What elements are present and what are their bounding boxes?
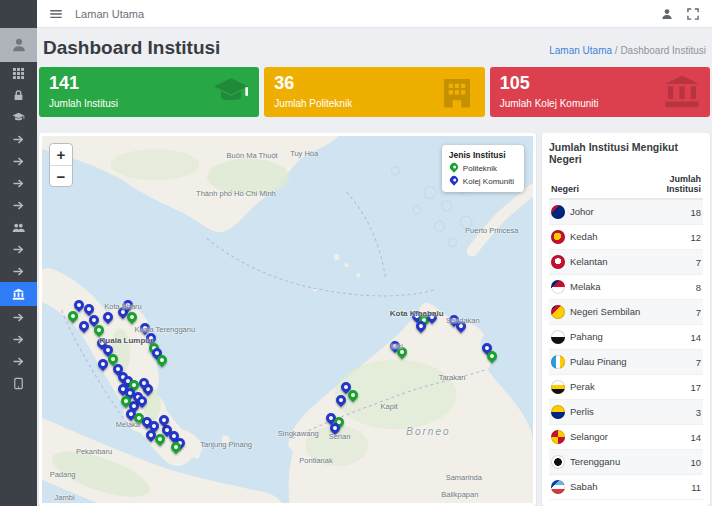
sidebar-icon <box>12 333 25 346</box>
graduation-cap-icon <box>212 73 250 111</box>
state-row: Kedah 12 <box>549 225 703 250</box>
nav-link-3[interactable] <box>0 172 37 194</box>
state-count-table: Negeri Jumlah Institusi Johor 18 <box>549 172 703 500</box>
state-count: 12 <box>661 225 703 250</box>
breadcrumb-link-home[interactable]: Laman Utama <box>549 45 612 56</box>
state-flag-icon <box>551 255 565 269</box>
state-count: 18 <box>661 199 703 225</box>
nav-users[interactable] <box>0 216 37 238</box>
state-flag-icon <box>551 280 565 294</box>
nav-security[interactable] <box>0 84 37 106</box>
fullscreen-icon[interactable] <box>686 7 700 21</box>
nav-device[interactable] <box>0 372 37 394</box>
state-count: 14 <box>661 325 703 350</box>
column-header-negeri: Negeri <box>549 172 661 199</box>
card-jumlah-politeknik: 36 Jumlah Politeknik <box>264 67 484 117</box>
state-name: Kedah <box>570 232 597 242</box>
state-row: Perlis 3 <box>549 400 703 425</box>
sidebar-icon <box>12 67 25 80</box>
nav-link-4[interactable] <box>0 194 37 216</box>
state-count: 10 <box>661 450 703 475</box>
map-zoom-control: + − <box>49 143 73 187</box>
zoom-out-button[interactable]: − <box>50 165 72 186</box>
state-row: Selangor 14 <box>549 425 703 450</box>
state-row: Terengganu 10 <box>549 450 703 475</box>
topbar-title: Laman Utama <box>75 8 144 20</box>
state-name: Negeri Sembilan <box>570 307 640 317</box>
legend-title: Jenis Institusi <box>449 150 514 160</box>
breadcrumb: Laman Utama / Dashboard Institusi <box>549 45 706 59</box>
legend-pin-icon <box>448 161 459 172</box>
state-name: Pulau Pinang <box>570 357 627 367</box>
stat-cards: 141 Jumlah Institusi 36 Jumlah Politekni… <box>39 67 710 117</box>
bank-icon <box>663 73 701 111</box>
legend-label: Politeknik <box>463 164 497 173</box>
state-count: 11 <box>661 475 703 500</box>
state-flag-icon <box>551 480 565 494</box>
state-count: 3 <box>661 400 703 425</box>
legend-label: Kolej Komuniti <box>463 177 514 186</box>
state-row: Kelantan 7 <box>549 250 703 275</box>
state-flag-icon <box>551 330 565 344</box>
nav-education[interactable] <box>0 106 37 128</box>
state-name: Perak <box>570 382 595 392</box>
state-flag-icon <box>551 455 565 469</box>
state-name: Pahang <box>570 332 603 342</box>
sidebar-icon <box>12 377 25 390</box>
sidebar-icon <box>12 243 25 256</box>
state-count: 7 <box>661 350 703 375</box>
map-card: Buôn Ma ThuộtTuy HòaThành phố Hồ Chí Min… <box>39 133 536 506</box>
nav-institusi[interactable] <box>0 282 37 306</box>
state-flag-icon <box>551 230 565 244</box>
map-legend: Jenis Institusi Politeknik Kolej Komunit… <box>442 145 524 192</box>
sidebar-icon <box>12 111 25 124</box>
sidebar <box>0 0 37 506</box>
state-name: Terengganu <box>570 457 620 467</box>
state-row: Pahang 14 <box>549 325 703 350</box>
state-row: Sabah 11 <box>549 475 703 500</box>
state-name: Johor <box>570 207 594 217</box>
state-flag-icon <box>551 355 565 369</box>
institution-map[interactable]: Buôn Ma ThuộtTuy HòaThành phố Hồ Chí Min… <box>42 136 533 503</box>
sidebar-icon <box>12 199 25 212</box>
user-avatar[interactable] <box>0 28 37 62</box>
state-name: Sabah <box>570 482 597 492</box>
state-name: Perlis <box>570 407 594 417</box>
sidebar-icon <box>12 155 25 168</box>
building-icon <box>438 73 476 111</box>
user-menu-icon[interactable] <box>660 7 674 21</box>
state-count: 14 <box>661 425 703 450</box>
nav-link-9[interactable] <box>0 350 37 372</box>
nav-link-7[interactable] <box>0 306 37 328</box>
state-row: Perak 17 <box>549 375 703 400</box>
sidebar-icon <box>12 355 25 368</box>
nav-link-2[interactable] <box>0 150 37 172</box>
state-count: 8 <box>661 275 703 300</box>
state-flag-icon <box>551 405 565 419</box>
hamburger-menu-icon[interactable] <box>49 7 63 21</box>
page-title: Dashboard Institusi <box>43 37 220 59</box>
sidebar-icon <box>12 265 25 278</box>
state-count: 7 <box>661 250 703 275</box>
state-row: Johor 18 <box>549 199 703 225</box>
nav-link-6[interactable] <box>0 260 37 282</box>
breadcrumb-separator: / <box>615 45 618 56</box>
breadcrumb-current: Dashboard Institusi <box>620 45 706 56</box>
main-row: Buôn Ma ThuộtTuy HòaThành phố Hồ Chí Min… <box>39 133 710 506</box>
state-flag-icon <box>551 205 565 219</box>
state-row: Melaka 8 <box>549 275 703 300</box>
person-icon <box>10 36 28 54</box>
sidebar-icon <box>12 221 25 234</box>
state-count: 17 <box>661 375 703 400</box>
sidebar-icon <box>12 288 25 301</box>
state-row: Pulau Pinang 7 <box>549 350 703 375</box>
state-table-title: Jumlah Institusi Mengikut Negeri <box>549 141 703 165</box>
page-header: Dashboard Institusi Laman Utama / Dashbo… <box>39 29 710 66</box>
zoom-in-button[interactable]: + <box>50 144 72 165</box>
nav-link-5[interactable] <box>0 238 37 260</box>
nav-apps[interactable] <box>0 62 37 84</box>
legend-pin-icon <box>448 174 459 185</box>
nav-link-1[interactable] <box>0 128 37 150</box>
content-area: Dashboard Institusi Laman Utama / Dashbo… <box>37 29 712 506</box>
nav-link-8[interactable] <box>0 328 37 350</box>
